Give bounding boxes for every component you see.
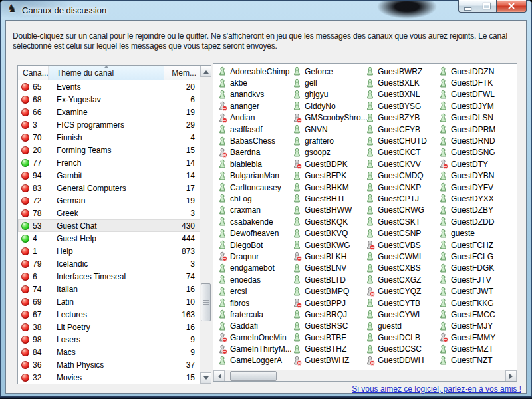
scroll-right-button[interactable] <box>505 370 517 382</box>
user-list-item[interactable]: GuestFMZT <box>438 343 495 354</box>
user-list-item[interactable]: GuestDRND <box>438 135 495 146</box>
user-list-item[interactable]: gell <box>292 77 368 88</box>
user-list-item[interactable]: GuestCYTB <box>365 297 427 309</box>
scroll-up-button[interactable] <box>200 66 211 77</box>
channel-row[interactable]: 36Math Physics37 <box>18 358 201 371</box>
user-list-item[interactable]: GuestCWML <box>365 251 427 262</box>
user-list-item[interactable]: Andian <box>217 112 292 124</box>
close-button[interactable] <box>497 0 527 13</box>
user-list-item[interactable]: GuestCKVV <box>365 158 427 170</box>
user-list-item[interactable]: GuestBDPK <box>292 158 368 170</box>
channel-row[interactable]: 72German19 <box>18 194 201 207</box>
user-list-item[interactable]: GuestCRWG <box>365 205 427 216</box>
user-list-item[interactable]: GMScoobyShro... <box>292 112 368 124</box>
user-list-item[interactable]: endgamebot <box>217 263 292 274</box>
user-list-item[interactable]: GuestFMJY <box>438 321 495 332</box>
user-list-item[interactable]: GuestBTHZ <box>292 343 368 354</box>
user-list-item[interactable]: GuestFJTV <box>438 274 495 285</box>
user-list-item[interactable]: BabasChess <box>217 135 292 146</box>
user-list-item[interactable]: GuestCSKT <box>365 216 427 227</box>
user-list-item[interactable]: GuestBWHZ <box>292 355 368 366</box>
user-list-item[interactable]: GuestFKKG <box>438 297 495 309</box>
channel-row[interactable]: 84Macs9 <box>18 346 201 358</box>
user-list-item[interactable]: anandkvs <box>217 89 292 100</box>
user-list-item[interactable]: GuestBHTL <box>292 193 368 204</box>
user-list-item[interactable]: GameInThirtyM... <box>217 343 292 354</box>
channel-row[interactable]: 4Guest Help444 <box>18 232 201 245</box>
user-list-item[interactable]: GuestDYFV <box>438 182 495 193</box>
maximize-button[interactable] <box>477 0 497 13</box>
user-list-item[interactable]: asdffasdf <box>217 124 292 135</box>
user-list-item[interactable]: ghjgyu <box>292 89 368 100</box>
user-list-item[interactable]: GuestDYBN <box>438 170 495 182</box>
user-list-item[interactable]: GuestFDGK <box>438 263 495 274</box>
user-list-item[interactable]: GuestCPTJ <box>365 193 427 204</box>
channel-row[interactable]: 79Icelandic3 <box>18 257 201 270</box>
user-list-item[interactable]: GuestDCSC <box>365 343 427 354</box>
user-list-item[interactable]: GuestCYWL <box>365 309 427 320</box>
channel-row[interactable]: 83General Computers17 <box>18 182 201 194</box>
user-list-item[interactable]: GuestCXBS <box>365 263 427 274</box>
promo-link[interactable]: Si vous aimez ce logiciel, parlez-en à v… <box>352 384 521 394</box>
channel-row[interactable]: 20Forming Teams15 <box>18 144 201 156</box>
column-header-channel[interactable]: Cana... <box>18 66 49 80</box>
column-header-theme[interactable]: Thème du canal <box>49 66 164 80</box>
user-list-item[interactable]: GuestDSNG <box>438 147 495 158</box>
user-list-item[interactable]: GuestDZDD <box>438 216 495 227</box>
user-list-item[interactable]: GuestCFYB <box>365 124 427 135</box>
user-list-item[interactable]: Dewofheaven <box>217 227 292 239</box>
user-list-item[interactable]: GuestDTY <box>438 158 495 170</box>
user-list-item[interactable]: GuestDFWL <box>438 89 495 100</box>
user-list-item[interactable]: GuestDFTK <box>438 77 495 88</box>
user-list-item[interactable]: grafitero <box>292 135 368 146</box>
user-list-item[interactable]: fratercula <box>217 309 292 320</box>
channel-row[interactable]: 38Lit Poetry16 <box>18 321 201 333</box>
channel-row[interactable]: 70Finnish4 <box>18 131 201 144</box>
minimize-button[interactable] <box>458 0 477 13</box>
scroll-left-button[interactable] <box>213 370 225 382</box>
channel-row[interactable]: 98Losers9 <box>18 333 201 346</box>
user-list-item[interactable]: GuestBZYB <box>365 112 427 124</box>
user-list-item[interactable]: GuestFCLG <box>438 251 495 262</box>
user-list-item[interactable]: GuestFCHZ <box>438 239 495 251</box>
user-list-item[interactable]: gueste <box>438 227 495 239</box>
user-list-item[interactable]: Gaddafi <box>217 321 292 332</box>
user-list-item[interactable]: GuestBHWW <box>292 205 368 216</box>
title-bar[interactable]: ♞ Canaux de discussion <box>0 0 532 20</box>
user-list-item[interactable]: GuestDDWH <box>365 355 427 366</box>
channel-row[interactable]: 65Events20 <box>18 80 201 93</box>
user-list-item[interactable]: Draqnur <box>217 251 292 262</box>
channel-row[interactable]: 69Latin10 <box>18 295 201 308</box>
user-list-item[interactable]: GuestCNKP <box>365 182 427 193</box>
user-list-item[interactable]: GuestCKCT <box>365 147 427 158</box>
user-list-item[interactable]: GuestBHKM <box>292 182 368 193</box>
channel-row[interactable]: 3FICS programmers29 <box>18 118 201 131</box>
user-list-item[interactable]: gsoopz <box>292 147 368 158</box>
user-list-item[interactable]: GuestBMPQ <box>292 285 368 297</box>
users-horizontal-scrollbar[interactable] <box>213 370 517 381</box>
user-list-item[interactable]: GNVN <box>292 124 368 135</box>
user-list-item[interactable]: GuestDCLB <box>365 332 427 343</box>
user-list-item[interactable]: GameLoggerA <box>217 355 292 366</box>
user-list-item[interactable]: ercsi <box>217 285 292 297</box>
user-list-item[interactable]: GuestBTBF <box>292 332 368 343</box>
user-list-item[interactable]: Geforce <box>292 66 368 77</box>
user-list-item[interactable]: GuestBRQJ <box>292 309 368 320</box>
user-list-item[interactable]: GuestBLTD <box>292 274 368 285</box>
user-list-item[interactable]: GuestCXGZ <box>365 274 427 285</box>
channel-row[interactable]: 1Help873 <box>18 245 201 257</box>
user-list-item[interactable]: GuestFJWT <box>438 285 495 297</box>
user-list-item[interactable]: GuestBFPK <box>292 170 368 182</box>
channel-row[interactable]: 78Greek3 <box>18 207 201 219</box>
user-list-item[interactable]: ananger <box>217 100 292 112</box>
user-list-item[interactable]: GuestDLSN <box>438 112 495 124</box>
user-list-item[interactable]: GuestCVBS <box>365 239 427 251</box>
horizontal-scrollbar-thumb[interactable] <box>230 371 277 381</box>
channel-row[interactable]: 94Gambit14 <box>18 169 201 182</box>
user-list-item[interactable]: craxman <box>217 205 292 216</box>
user-list-item[interactable]: GuestBLKH <box>292 251 368 262</box>
user-list-item[interactable]: GuestDYXX <box>438 193 495 204</box>
user-list-item[interactable]: AdoreableChimp <box>217 66 292 77</box>
channel-row[interactable]: 74Italian16 <box>18 283 201 295</box>
user-list-item[interactable]: GameInOneMin <box>217 332 292 343</box>
